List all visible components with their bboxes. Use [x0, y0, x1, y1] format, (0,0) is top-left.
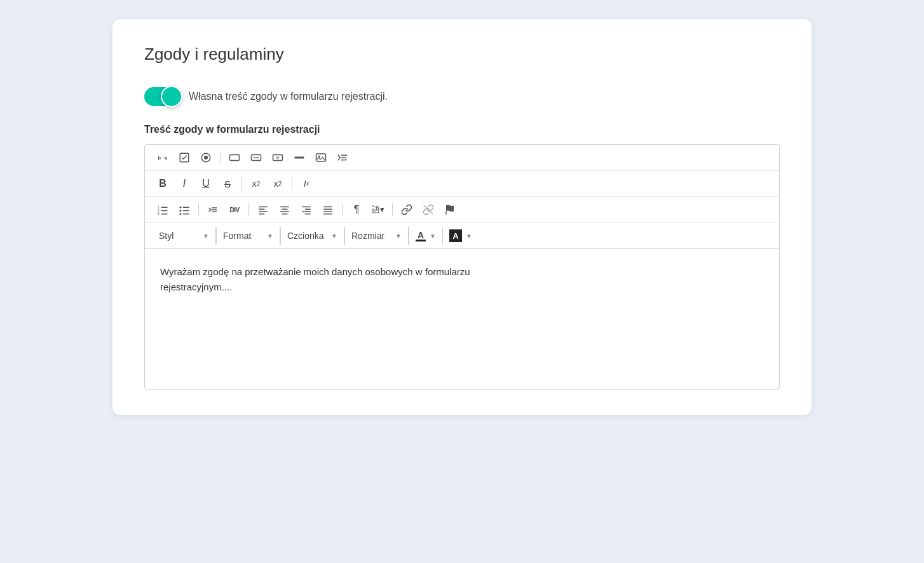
size-label: Rozmiar	[351, 231, 384, 241]
input-text-btn[interactable]	[224, 149, 245, 166]
svg-rect-11	[273, 155, 283, 161]
dropdown-btn[interactable]	[268, 149, 288, 166]
unordered-list-btn[interactable]	[174, 201, 194, 219]
ordered-list-btn[interactable]: 1.2.3.	[153, 201, 173, 219]
font-dropdown[interactable]: Czcionka ▼	[281, 227, 344, 245]
svg-text:a: a	[165, 155, 168, 161]
toolbar-row-format: B I U S x2 x2 Ix	[145, 171, 779, 197]
svg-text:b: b	[158, 155, 161, 161]
svg-point-21	[180, 207, 182, 208]
special-chars-btn[interactable]: 語▾	[368, 201, 388, 219]
toolbar-divider-4	[198, 203, 199, 216]
toolbar-row-insert: b→a	[145, 145, 779, 171]
format-dropdown[interactable]: Format ▼	[217, 227, 280, 245]
rich-text-editor: b→a	[144, 144, 780, 390]
page-title: Zgody i regulaminy	[144, 44, 780, 64]
svg-point-14	[318, 156, 320, 158]
toolbar-row-styles: Styl ▼ Format ▼ Czcionka ▼ Rozmiar ▼ A	[145, 223, 779, 249]
svg-point-10	[257, 157, 259, 158]
custom-consent-toggle[interactable]	[144, 87, 180, 106]
checkbox-btn[interactable]	[174, 149, 194, 166]
toolbar-divider-3	[292, 177, 292, 190]
link-btn[interactable]	[397, 201, 417, 219]
toolbar-divider-1	[220, 151, 221, 164]
font-label: Czcionka	[287, 231, 324, 241]
svg-rect-12	[295, 157, 304, 159]
svg-rect-6	[230, 155, 240, 161]
bold-btn[interactable]: B	[153, 175, 173, 193]
svg-rect-13	[316, 154, 326, 161]
toolbar-row-paragraph: 1.2.3. DIV ¶ 語▾	[145, 197, 779, 223]
horizontal-rule-btn[interactable]	[289, 149, 309, 166]
format-label: Format	[223, 231, 251, 241]
spell-check-btn[interactable]: b→a	[153, 149, 173, 166]
toolbar-divider-6	[342, 203, 343, 216]
style-label: Styl	[159, 231, 173, 241]
size-arrow: ▼	[395, 233, 402, 240]
superscript-btn[interactable]: x2	[268, 175, 288, 193]
bg-color-icon: A	[449, 229, 462, 242]
toggle-thumb	[161, 86, 182, 107]
input-password-btn[interactable]	[246, 149, 266, 166]
align-justify-btn[interactable]	[318, 201, 338, 219]
font-arrow: ▼	[331, 233, 337, 240]
bg-color-btn[interactable]: A ▼	[443, 226, 479, 246]
flag-btn[interactable]	[440, 201, 460, 219]
toolbar-divider-5	[248, 203, 249, 216]
svg-text:3.: 3.	[158, 212, 160, 215]
text-color-icon: A	[416, 231, 426, 241]
underline-btn[interactable]: U	[196, 175, 216, 193]
svg-point-5	[204, 156, 208, 159]
format-arrow: ▼	[267, 233, 273, 240]
image-btn[interactable]	[311, 149, 331, 166]
subscript-btn[interactable]: x2	[246, 175, 266, 193]
editor-line-1: Wyrażam zgodę na przetważanie moich dany…	[160, 266, 470, 277]
align-center-btn[interactable]	[275, 201, 295, 219]
editor-line-2: rejestracyjnym....	[160, 282, 232, 292]
indent-btn[interactable]	[203, 201, 223, 219]
svg-point-23	[180, 210, 182, 212]
toolbar-divider-2	[241, 177, 242, 190]
unlink-btn[interactable]	[418, 201, 438, 219]
edit-html-btn[interactable]	[332, 149, 353, 166]
style-dropdown[interactable]: Styl ▼	[153, 227, 216, 245]
radio-btn[interactable]	[196, 149, 216, 166]
style-arrow: ▼	[203, 233, 209, 240]
text-color-btn[interactable]: A ▼	[409, 227, 443, 245]
paragraph-btn[interactable]: ¶	[346, 201, 367, 219]
svg-point-25	[180, 213, 182, 215]
clear-format-btn[interactable]: Ix	[296, 175, 316, 193]
italic-btn[interactable]: I	[174, 175, 194, 193]
code-block-btn[interactable]: DIV	[224, 201, 245, 219]
section-title: Treść zgody w formularzu rejestracji	[144, 124, 780, 135]
svg-point-8	[254, 157, 255, 158]
editor-content-area[interactable]: Wyrażam zgodę na przetważanie moich dany…	[145, 249, 779, 389]
strikethrough-btn[interactable]: S	[217, 175, 238, 193]
main-card: Zgody i regulaminy Własna treść zgody w …	[112, 19, 812, 415]
toggle-label: Własna treść zgody w formularzu rejestra…	[189, 91, 388, 102]
align-left-btn[interactable]	[253, 201, 273, 219]
toggle-row: Własna treść zgody w formularzu rejestra…	[144, 87, 780, 106]
toolbar-divider-7	[392, 203, 393, 216]
size-dropdown[interactable]: Rozmiar ▼	[345, 227, 409, 245]
svg-point-9	[255, 157, 257, 158]
align-right-btn[interactable]	[296, 201, 316, 219]
